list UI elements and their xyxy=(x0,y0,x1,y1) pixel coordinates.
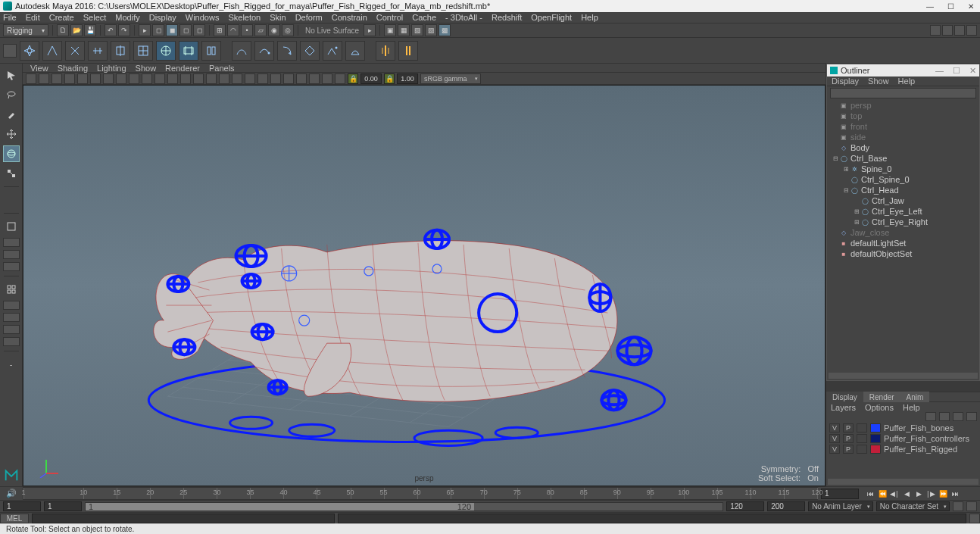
menu-skin[interactable]: Skin xyxy=(270,13,286,22)
panel-near-field[interactable]: 0.00 xyxy=(360,73,382,84)
shelf-icon-5[interactable] xyxy=(111,41,130,61)
panel-exposure-icon[interactable] xyxy=(283,73,294,84)
panel-colorspace-select[interactable]: sRGB gamma xyxy=(420,73,481,84)
panel-res-gate-icon[interactable] xyxy=(103,73,114,84)
shelf-icon-11[interactable] xyxy=(254,41,274,61)
outliner-node-ctrl-eye-left[interactable]: ⊞Ctrl_Eye_Left xyxy=(827,206,979,217)
step-forward-key-button[interactable]: ⏩ xyxy=(938,489,948,499)
render-globals-icon[interactable]: ▩ xyxy=(439,24,451,36)
outliner-hscrollbar[interactable] xyxy=(829,373,978,379)
layout-preset-4[interactable] xyxy=(3,301,20,310)
maximize-button[interactable]: ☐ xyxy=(947,2,954,11)
menu--3dtoall-[interactable]: - 3DtoAll - xyxy=(445,13,482,22)
menu-skeleton[interactable]: Skeleton xyxy=(228,13,261,22)
panel-safe-title-icon[interactable] xyxy=(154,73,165,84)
range-thumb[interactable]: 1120 xyxy=(86,503,474,511)
save-scene-icon[interactable]: 💾 xyxy=(84,24,96,36)
layer-menu-help[interactable]: Help xyxy=(903,403,920,412)
panel-image-plane-icon[interactable] xyxy=(51,73,62,84)
layer-visibility-toggle[interactable]: V xyxy=(829,434,840,443)
shelf-icon-6[interactable] xyxy=(133,41,153,61)
outliner-node-spine-0[interactable]: ⊞Spine_0 xyxy=(827,164,979,174)
minimize-button[interactable]: — xyxy=(926,2,934,11)
shelf-icon-1[interactable] xyxy=(20,41,39,61)
menu-create[interactable]: Create xyxy=(49,13,74,22)
layer-move-down-icon[interactable] xyxy=(939,412,950,421)
layer-hscrollbar[interactable] xyxy=(828,479,978,485)
shelf-icon-12[interactable] xyxy=(277,41,297,61)
outliner-node-front[interactable]: •front xyxy=(827,121,979,132)
select-mask2-icon[interactable]: ◻ xyxy=(193,24,205,36)
outliner-menu-display[interactable]: Display xyxy=(832,77,859,86)
shelf-icon-3[interactable] xyxy=(65,41,85,61)
layer-display-type[interactable] xyxy=(857,445,867,454)
select-mask-icon[interactable]: ◻ xyxy=(179,24,192,36)
shelf-icon-13[interactable] xyxy=(300,41,320,61)
viewport[interactable]: persp Symmetry: Off Soft Select: On xyxy=(23,85,826,486)
panel-motion-blur-icon[interactable] xyxy=(335,73,345,84)
toggle-tool-settings-icon[interactable] xyxy=(942,25,953,36)
menu-openflight[interactable]: OpenFlight xyxy=(531,13,572,22)
panel-safe-action-icon[interactable] xyxy=(142,73,152,84)
anim-layer-select[interactable]: No Anim Layer xyxy=(808,501,873,511)
outliner-tree[interactable]: •persp•top•front•side•Body⊟Ctrl_Base⊞Spi… xyxy=(827,100,979,373)
outliner-node-ctrl-base[interactable]: ⊟Ctrl_Base xyxy=(827,153,979,164)
expander-icon[interactable]: ⊞ xyxy=(842,166,850,173)
panel-wireframe-icon[interactable] xyxy=(167,73,178,84)
select-tool[interactable] xyxy=(3,67,20,83)
outliner-menu-help[interactable]: Help xyxy=(898,77,916,86)
layer-color-swatch[interactable] xyxy=(870,445,881,454)
layout-preset-5[interactable] xyxy=(3,313,20,322)
play-forward-button[interactable]: ▶ xyxy=(913,489,924,499)
range-start-inner-field[interactable]: 1 xyxy=(44,501,82,511)
toggle-attribute-editor-icon[interactable] xyxy=(930,25,941,36)
select-hierarchy-icon[interactable]: ▸ xyxy=(139,24,151,36)
menu-display[interactable]: Display xyxy=(149,13,176,22)
panel-menu-lighting[interactable]: Lighting xyxy=(97,64,126,73)
panel-menu-view[interactable]: View xyxy=(30,64,48,73)
layer-playback-toggle[interactable]: P xyxy=(843,434,854,443)
menu-set-selector[interactable]: Rigging xyxy=(3,24,48,36)
layer-tab-display[interactable]: Display xyxy=(826,392,863,402)
snap-curve-icon[interactable]: ◠ xyxy=(227,24,239,36)
panel-isolate-icon[interactable] xyxy=(232,73,242,84)
outliner-node-jaw-close[interactable]: •Jaw_close xyxy=(827,227,979,238)
layer-row-puffer-fish-rigged[interactable]: VPPuffer_Fish_Rigged xyxy=(826,444,980,454)
current-frame-field[interactable]: 1 xyxy=(821,489,859,499)
expander-icon[interactable]: ⊞ xyxy=(853,219,860,226)
menu-cache[interactable]: Cache xyxy=(412,13,436,22)
layer-tab-anim[interactable]: Anim xyxy=(900,392,930,402)
layout-single-icon[interactable] xyxy=(3,218,20,235)
outliner-close-icon[interactable]: ✕ xyxy=(969,66,976,76)
shelf-icon-10[interactable] xyxy=(232,41,251,61)
layer-menu-options[interactable]: Options xyxy=(865,403,894,412)
scale-tool[interactable] xyxy=(3,165,20,182)
shelf-icon-16[interactable] xyxy=(376,41,395,61)
panel-view-transform-icon[interactable] xyxy=(309,73,320,84)
outliner-node-ctrl-eye-right[interactable]: ⊞Ctrl_Eye_Right xyxy=(827,217,979,227)
outliner-titlebar[interactable]: Outliner — ☐ ✕ xyxy=(827,64,979,77)
rotate-tool[interactable] xyxy=(3,145,20,162)
outliner-node-top[interactable]: •top xyxy=(827,111,979,121)
panel-lights-icon[interactable] xyxy=(206,73,217,84)
range-track[interactable]: 1120 xyxy=(85,502,723,511)
shelf-icon-7[interactable] xyxy=(156,41,176,61)
lasso-tool[interactable] xyxy=(3,86,20,103)
menu-constrain[interactable]: Constrain xyxy=(332,13,367,22)
panel-camera-select-icon[interactable] xyxy=(26,73,36,84)
outliner-node-ctrl-spine-0[interactable]: •Ctrl_Spine_0 xyxy=(827,174,979,185)
menu-edit[interactable]: Edit xyxy=(26,13,40,22)
outliner-node-body[interactable]: •Body xyxy=(827,142,979,153)
layer-display-type[interactable] xyxy=(857,434,867,443)
layer-display-type[interactable] xyxy=(857,423,867,433)
menu-redshift[interactable]: Redshift xyxy=(492,13,522,22)
panel-gate-mask-icon[interactable] xyxy=(116,73,126,84)
menu-control[interactable]: Control xyxy=(376,13,403,22)
render-frame-icon[interactable]: ▦ xyxy=(398,24,410,36)
menu-modify[interactable]: Modify xyxy=(115,13,139,22)
layer-menu-layers[interactable]: Layers xyxy=(831,403,856,412)
panel-menu-shading[interactable]: Shading xyxy=(58,64,88,73)
undo-icon[interactable]: ↶ xyxy=(105,24,117,36)
panel-menu-renderer[interactable]: Renderer xyxy=(165,64,200,73)
snap-plane-icon[interactable]: ▱ xyxy=(254,24,267,36)
